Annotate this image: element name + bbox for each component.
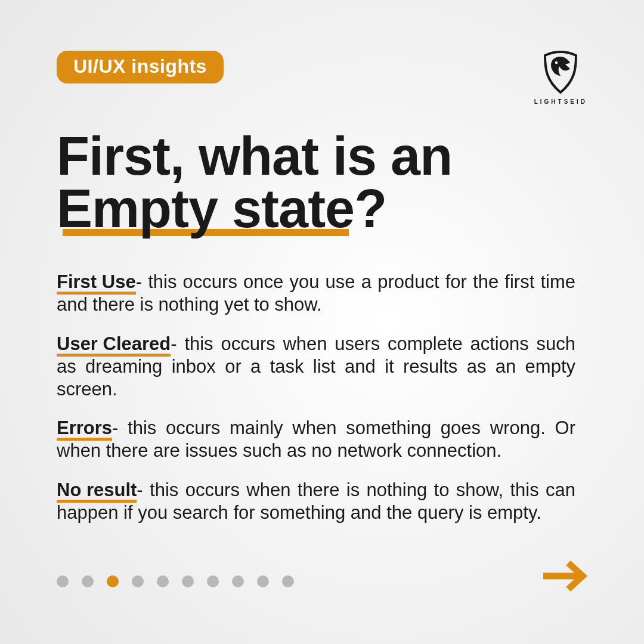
definition-text: - this occurs mainly when something goes…: [57, 417, 575, 461]
arrow-right-icon: [541, 558, 587, 594]
brand-logo: LIGHTSEID: [534, 51, 587, 105]
definition-term: User Cleared: [57, 333, 171, 355]
pagination-dots: [57, 575, 294, 587]
pagination-dot[interactable]: [82, 575, 94, 587]
pagination-dot[interactable]: [282, 575, 294, 587]
definition-list: First Use- this occurs once you use a pr…: [57, 271, 575, 524]
pagination-dot[interactable]: [207, 575, 219, 587]
page-title: First, what is an Empty state?: [57, 130, 587, 235]
category-badge: UI/UX insights: [57, 51, 224, 83]
definition-term: No result: [57, 479, 137, 501]
next-arrow[interactable]: [541, 558, 587, 596]
definition-term: First Use: [57, 271, 136, 293]
brand-name: LIGHTSEID: [534, 98, 587, 105]
definition-item: Errors- this occurs mainly when somethin…: [57, 417, 575, 462]
definition-item: User Cleared- this occurs when users com…: [57, 333, 575, 400]
svg-point-0: [555, 61, 558, 64]
header-row: UI/UX insights LIGHTSEID: [57, 51, 587, 105]
pagination-dot[interactable]: [257, 575, 269, 587]
pagination-dot[interactable]: [132, 575, 144, 587]
definition-term: Errors: [57, 417, 112, 439]
pagination-dot[interactable]: [157, 575, 169, 587]
shield-eagle-icon: [543, 51, 578, 94]
pagination-dot[interactable]: [107, 575, 119, 587]
definition-item: First Use- this occurs once you use a pr…: [57, 271, 575, 316]
pagination-dot[interactable]: [182, 575, 194, 587]
pagination-dot[interactable]: [232, 575, 244, 587]
pagination-dot[interactable]: [57, 575, 69, 587]
definition-item: No result- this occurs when there is not…: [57, 479, 575, 524]
